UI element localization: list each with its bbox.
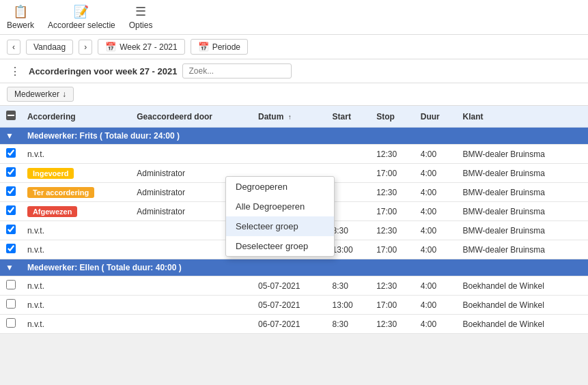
accordering-value: n.v.t. [27, 226, 44, 236]
group-row: ▼ Medewerker: Frits ( Totale duur: 24:00… [0, 128, 588, 145]
start-cell [327, 145, 372, 164]
row-checkbox-cell [0, 221, 22, 240]
accordering-cell: n.v.t. [22, 276, 131, 296]
accordering-cell: n.v.t. [22, 315, 131, 334]
accordering-value: n.v.t. [27, 245, 44, 255]
accordering-cell: n.v.t. [22, 145, 131, 164]
week-label: Week 27 - 2021 [120, 42, 178, 52]
group-chevron[interactable]: ▼ [5, 131, 14, 141]
accordering-cell: n.v.t. [22, 296, 131, 315]
accordering-cell: Ter accordering [22, 183, 131, 202]
opties-button[interactable]: ☰ Opties [129, 4, 153, 30]
filter-bar: Medewerker ↓ [0, 83, 588, 106]
accordering-value: n.v.t. [27, 281, 44, 291]
search-input[interactable] [182, 63, 292, 79]
accordering-value: n.v.t. [27, 319, 44, 329]
header-datum[interactable]: Datum ↑ [253, 106, 327, 128]
row-checkbox[interactable] [6, 299, 16, 309]
stop-cell: 17:00 [371, 202, 415, 221]
context-menu-alle-degroeperen[interactable]: Alle Degroeperen [226, 197, 334, 216]
group-row: ▼ Medewerker: Ellen ( Totale duur: 40:00… [0, 259, 588, 276]
header-geaccordeerd-door: Geaccordeerd door [131, 106, 253, 128]
row-checkbox-cell [0, 164, 22, 183]
datum-cell: 05-07-2021 [253, 276, 327, 296]
accordering-cell: n.v.t. [22, 240, 131, 259]
duur-cell: 4:00 [415, 240, 458, 259]
table-row: n.v.t. 05-07-2021 8:30 12:30 4:00 Boekha… [0, 276, 588, 296]
geaccordeerd-door-cell [131, 145, 253, 164]
klant-cell: BMW-dealer Bruinsma [457, 221, 588, 240]
row-checkbox-cell [0, 315, 22, 334]
stop-cell: 17:00 [371, 296, 415, 315]
datum-cell [253, 145, 327, 164]
row-checkbox[interactable] [6, 280, 16, 289]
group-chevron[interactable]: ▼ [5, 263, 14, 272]
row-checkbox[interactable] [6, 186, 16, 196]
row-checkbox-cell [0, 183, 22, 202]
row-checkbox[interactable] [6, 244, 16, 253]
header-accordering: Accordering [22, 106, 131, 128]
prev-button[interactable]: ‹ [7, 40, 20, 55]
calendar-icon: 📅 [105, 42, 116, 52]
start-cell: 13:00 [327, 296, 372, 315]
stop-cell: 17:00 [371, 164, 415, 183]
row-checkbox-cell [0, 296, 22, 315]
context-menu: Degroeperen Alle Degroeperen Selecteer g… [225, 176, 335, 257]
row-checkbox[interactable] [6, 148, 16, 158]
start-cell: 8:30 [327, 276, 372, 296]
table-row: n.v.t. 05-07-2021 13:00 17:00 4:00 Boekh… [0, 296, 588, 315]
accordeer-label: Accordeer selectie [48, 20, 115, 30]
duur-cell: 4:00 [415, 315, 458, 334]
row-checkbox[interactable] [6, 167, 16, 177]
klant-cell: BMW-dealer Bruinsma [457, 183, 588, 202]
accordering-cell: n.v.t. [22, 221, 131, 240]
table-row: n.v.t. 12:30 4:00 BMW-dealer Bruinsma [0, 145, 588, 164]
deselect-all-button[interactable] [6, 111, 16, 120]
row-checkbox[interactable] [6, 225, 16, 234]
datum-cell: 05-07-2021 [253, 296, 327, 315]
week-selector[interactable]: 📅 Week 27 - 2021 [98, 39, 185, 55]
status-badge: Ter accordering [27, 187, 94, 198]
klant-cell: BMW-dealer Bruinsma [457, 240, 588, 259]
period-label: Periode [212, 42, 240, 52]
opties-icon: ☰ [135, 4, 146, 19]
stop-cell: 12:30 [371, 183, 415, 202]
today-button[interactable]: Vandaag [26, 40, 73, 55]
accordering-value: n.v.t. [27, 149, 44, 159]
period-calendar-icon: 📅 [198, 42, 209, 52]
next-button[interactable]: › [79, 40, 92, 55]
stop-cell: 12:30 [371, 145, 415, 164]
datum-cell: 06-07-2021 [253, 315, 327, 334]
header-klant: Klant [457, 106, 588, 128]
geaccordeerd-door-cell [131, 315, 253, 334]
duur-cell: 4:00 [415, 183, 458, 202]
header-checkbox-cell [0, 106, 22, 128]
header-start: Start [327, 106, 372, 128]
row-checkbox[interactable] [6, 318, 16, 328]
stop-cell: 12:30 [371, 315, 415, 334]
dots-menu-button[interactable]: ⋮ [7, 65, 23, 78]
duur-cell: 4:00 [415, 164, 458, 183]
stop-cell: 12:30 [371, 221, 415, 240]
context-menu-selecteer-groep[interactable]: Selecteer groep [226, 216, 334, 236]
duur-cell: 4:00 [415, 276, 458, 296]
bewerk-button[interactable]: 📋 Bewerk [7, 4, 34, 30]
group-expand-cell: ▼ [0, 259, 22, 276]
accordering-cell: Ingevoerd [22, 164, 131, 183]
status-badge: Afgewezen [27, 206, 77, 217]
context-menu-deselecteer-groep[interactable]: Deselecteer groep [226, 236, 334, 256]
bewerk-icon: 📋 [13, 4, 28, 19]
accordeer-icon: 📝 [74, 4, 89, 19]
period-selector[interactable]: 📅 Periode [191, 39, 248, 55]
row-checkbox[interactable] [6, 205, 16, 215]
row-checkbox-cell [0, 202, 22, 221]
start-cell: 8:30 [327, 315, 372, 334]
medewerker-filter-button[interactable]: Medewerker ↓ [7, 87, 74, 102]
duur-cell: 4:00 [415, 145, 458, 164]
header-duur: Duur [415, 106, 458, 128]
medewerker-label: Medewerker [14, 89, 59, 99]
accordeer-selectie-button[interactable]: 📝 Accordeer selectie [48, 4, 115, 30]
row-checkbox-cell [0, 240, 22, 259]
group-expand-cell: ▼ [0, 128, 22, 145]
context-menu-degroeperen[interactable]: Degroeperen [226, 177, 334, 197]
